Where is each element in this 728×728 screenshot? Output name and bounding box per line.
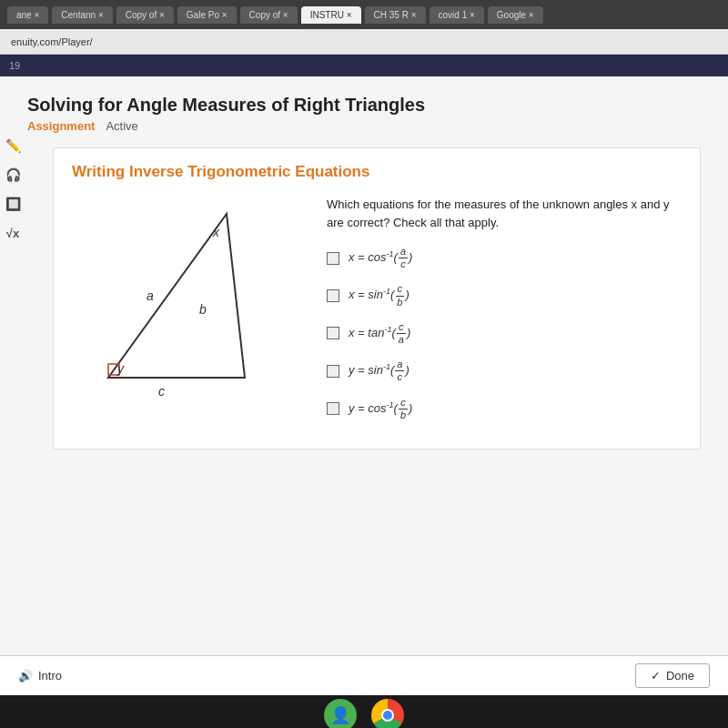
intro-label: Intro: [38, 669, 62, 682]
done-label: Done: [666, 669, 694, 682]
tab-covid[interactable]: covid 1 ×: [430, 6, 484, 24]
tab-centann[interactable]: Centann ×: [52, 6, 112, 24]
speaker-icon: 🔊: [18, 669, 33, 682]
checkbox-5[interactable]: [327, 402, 339, 415]
question-text: Which equations for the measures of the …: [327, 196, 682, 231]
url-text: enuity.com/Player/: [11, 36, 93, 47]
sqrt-icon[interactable]: √x: [2, 222, 24, 244]
question-area: Which equations for the measures of the …: [327, 196, 682, 434]
chrome-taskbar-icon[interactable]: [371, 699, 404, 728]
assignment-label: Assignment: [27, 119, 95, 133]
label-c: c: [158, 384, 165, 399]
person-icon: 👤: [330, 705, 350, 725]
taskbar: 👤: [0, 695, 728, 728]
chrome-center: [381, 709, 394, 722]
label-a: a: [147, 288, 154, 303]
answer-text-1: x = cos-1(ac): [349, 246, 412, 270]
page-indicator: 19: [0, 55, 728, 76]
answer-option-1: x = cos-1(ac): [327, 246, 682, 270]
headphones-icon[interactable]: 🎧: [2, 164, 24, 186]
tab-ch35[interactable]: CH 35 R ×: [365, 6, 426, 24]
done-button[interactable]: ✓ Done: [635, 663, 710, 688]
intro-button[interactable]: 🔊 Intro: [18, 669, 62, 682]
assignment-bar: Assignment Active: [27, 119, 701, 133]
card-heading: Writing Inverse Trigonometric Equations: [72, 163, 682, 181]
sidebar: ✏️ 🎧 🔲 √x: [0, 131, 25, 244]
answer-text-2: x = sin-1(cb): [349, 283, 410, 308]
checkmark-icon: ✓: [651, 669, 661, 682]
triangle-diagram: x a b c y: [72, 196, 308, 432]
svg-marker-0: [108, 214, 245, 378]
tab-google[interactable]: Google ×: [488, 6, 543, 24]
checkbox-3[interactable]: [327, 327, 339, 339]
tab-copyof2[interactable]: Copy of ×: [240, 6, 298, 24]
checkbox-4[interactable]: [327, 365, 339, 378]
calculator-icon[interactable]: 🔲: [2, 193, 24, 215]
page-title: Solving for Angle Measures of Right Tria…: [27, 95, 701, 116]
label-b: b: [199, 302, 207, 317]
answer-option-2: x = sin-1(cb): [327, 283, 682, 308]
page-number: 19: [9, 60, 20, 71]
card-body: x a b c y Which equations for the measur…: [72, 196, 682, 434]
answer-text-3: x = tan-1(ca): [349, 321, 410, 346]
content-card: Writing Inverse Trigonometric Equations …: [53, 147, 701, 450]
checkbox-1[interactable]: [327, 252, 339, 265]
browser-tab-bar: ane × Centann × Copy of × Gale Po × Copy…: [0, 0, 728, 29]
checkbox-2[interactable]: [327, 289, 339, 302]
answer-option-5: y = cos-1(cb): [327, 397, 682, 421]
address-bar[interactable]: enuity.com/Player/: [0, 29, 728, 55]
answer-text-4: y = sin-1(ac): [349, 359, 410, 383]
tab-instru[interactable]: INSTRU ×: [301, 6, 361, 24]
active-label: Active: [106, 119, 137, 133]
bottom-bar: 🔊 Intro ✓ Done: [0, 655, 728, 695]
pencil-icon[interactable]: ✏️: [2, 135, 24, 157]
main-content: ✏️ 🎧 🔲 √x Solving for Angle Measures of …: [0, 76, 728, 695]
label-y: y: [116, 361, 125, 376]
tab-1[interactable]: ane ×: [7, 6, 48, 24]
answer-text-5: y = cos-1(cb): [349, 397, 412, 421]
answer-option-4: y = sin-1(ac): [327, 359, 682, 383]
person-taskbar-icon[interactable]: 👤: [324, 699, 357, 728]
tab-galep[interactable]: Gale Po ×: [177, 6, 237, 24]
answer-option-3: x = tan-1(ca): [327, 321, 682, 346]
label-x: x: [212, 225, 220, 239]
tab-copyof1[interactable]: Copy of ×: [116, 6, 174, 24]
triangle-svg: x a b c y: [72, 196, 308, 432]
